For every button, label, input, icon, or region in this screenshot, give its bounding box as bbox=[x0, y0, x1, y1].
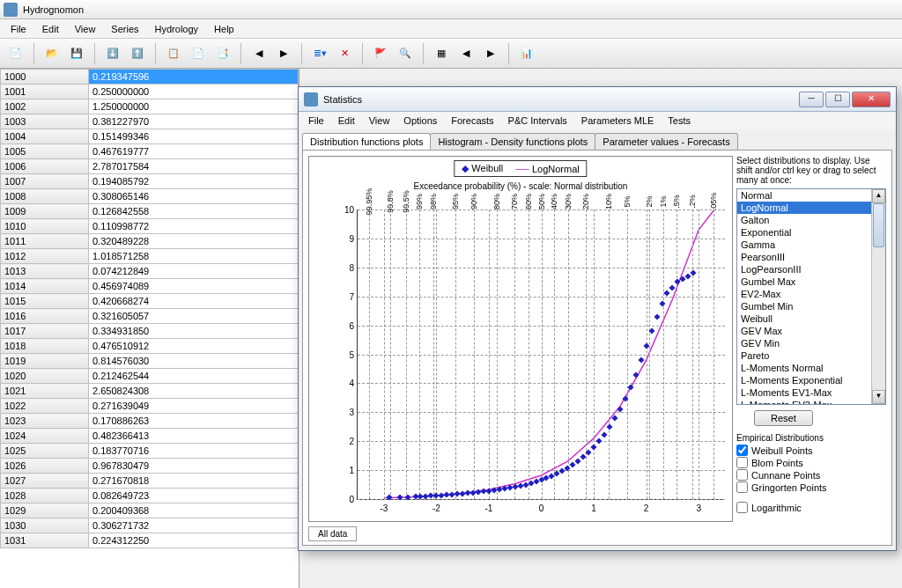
cell-value[interactable]: 0.212462544 bbox=[89, 369, 299, 384]
menu-file[interactable]: File bbox=[4, 22, 33, 36]
dist-scrollbar[interactable]: ▲ ▼ bbox=[871, 189, 885, 404]
cell-value[interactable]: 0.334931850 bbox=[89, 324, 299, 339]
flag-icon[interactable]: 🚩 bbox=[370, 43, 391, 64]
cell-value[interactable]: 0.476510912 bbox=[89, 339, 299, 354]
dist-item[interactable]: GEV Min bbox=[737, 337, 885, 349]
row-header[interactable]: 1024 bbox=[1, 429, 89, 444]
reset-button[interactable]: Reset bbox=[754, 410, 813, 426]
new-doc-icon[interactable]: 📄 bbox=[5, 43, 26, 64]
cell-value[interactable]: 1.018571258 bbox=[89, 249, 299, 264]
logarithmic-checkbox[interactable] bbox=[736, 502, 748, 513]
cell-value[interactable]: 0.271670818 bbox=[89, 474, 299, 489]
row-header[interactable]: 1010 bbox=[1, 219, 89, 234]
cell-value[interactable]: 0.381227970 bbox=[89, 114, 299, 129]
stats-menu-options[interactable]: Options bbox=[397, 114, 443, 127]
export-icon[interactable]: ⬆️ bbox=[127, 43, 148, 64]
stats-menu-tests[interactable]: Tests bbox=[662, 114, 697, 127]
cell-value[interactable]: 0.224312250 bbox=[89, 533, 299, 548]
dist-item[interactable]: Exponential bbox=[737, 226, 885, 239]
row-header[interactable]: 1000 bbox=[1, 70, 89, 85]
row-header[interactable]: 1009 bbox=[1, 204, 89, 219]
clipboard-icon[interactable]: 📑 bbox=[212, 43, 233, 64]
checkbox[interactable] bbox=[736, 445, 748, 456]
cell-value[interactable]: 0.151499346 bbox=[89, 129, 299, 144]
row-header[interactable]: 1019 bbox=[1, 354, 89, 369]
row-header[interactable]: 1008 bbox=[1, 189, 89, 204]
undo-icon[interactable]: ◀ bbox=[248, 43, 270, 64]
cell-value[interactable]: 1.250000000 bbox=[89, 99, 299, 114]
redo-icon[interactable]: ▶ bbox=[273, 43, 294, 64]
cell-value[interactable]: 0.170886263 bbox=[89, 414, 299, 429]
cell-value[interactable]: 0.110998772 bbox=[89, 219, 299, 234]
empirical-check[interactable]: Weibull Points bbox=[736, 445, 886, 456]
table-icon[interactable]: ▦ bbox=[431, 43, 452, 64]
cell-value[interactable]: 0.482366413 bbox=[89, 429, 299, 444]
cell-value[interactable]: 0.200409368 bbox=[89, 503, 299, 518]
tab-histogram[interactable]: Histogram - Density functions plots bbox=[430, 133, 595, 150]
scroll-down-icon[interactable]: ▼ bbox=[872, 390, 885, 404]
cell-value[interactable]: 0.250000000 bbox=[89, 85, 299, 99]
chart-icon[interactable]: 📊 bbox=[516, 43, 537, 64]
cell-value[interactable]: 0.320489228 bbox=[89, 234, 299, 249]
zoom-icon[interactable]: 🔍 bbox=[395, 43, 416, 64]
open-icon[interactable]: 📂 bbox=[41, 43, 63, 64]
cell-value[interactable]: 0.308065146 bbox=[89, 189, 299, 204]
dist-item[interactable]: Gamma bbox=[737, 239, 885, 251]
maximize-button[interactable]: ☐ bbox=[825, 92, 850, 107]
save-icon[interactable]: 💾 bbox=[66, 43, 87, 64]
cell-value[interactable]: 0.420668274 bbox=[89, 294, 299, 309]
prev-icon[interactable]: ◀ bbox=[455, 43, 477, 64]
row-header[interactable]: 1005 bbox=[1, 144, 89, 159]
dist-item[interactable]: L-Moments Normal bbox=[737, 362, 885, 374]
dist-item[interactable]: GEV Max bbox=[737, 325, 885, 337]
stats-menu-mle[interactable]: Parameters MLE bbox=[575, 114, 661, 127]
cell-value[interactable]: 0.194085792 bbox=[89, 174, 299, 189]
row-header[interactable]: 1011 bbox=[1, 234, 89, 249]
dist-item[interactable]: Pareto bbox=[737, 349, 885, 362]
distribution-list[interactable]: NormalLogNormalGaltonExponentialGammaPea… bbox=[736, 188, 886, 405]
row-header[interactable]: 1017 bbox=[1, 324, 89, 339]
cell-value[interactable]: 0.271639049 bbox=[89, 399, 299, 414]
row-header[interactable]: 1026 bbox=[1, 459, 89, 474]
row-header[interactable]: 1013 bbox=[1, 264, 89, 279]
dist-item[interactable]: L-Moments EV1-Max bbox=[737, 386, 885, 399]
dist-item[interactable]: Gumbel Max bbox=[737, 276, 885, 288]
dist-item[interactable]: EV2-Max bbox=[737, 288, 885, 300]
stats-menu-view[interactable]: View bbox=[363, 114, 396, 127]
cell-value[interactable]: 0.126842558 bbox=[89, 204, 299, 219]
dist-item[interactable]: LogNormal bbox=[737, 202, 885, 214]
cell-value[interactable]: 0.306271732 bbox=[89, 518, 299, 533]
cell-value[interactable]: 0.467619777 bbox=[89, 144, 299, 159]
alldata-label[interactable]: All data bbox=[308, 526, 357, 541]
menu-help[interactable]: Help bbox=[207, 22, 241, 36]
next-icon[interactable]: ▶ bbox=[480, 43, 501, 64]
dist-item[interactable]: PearsonIII bbox=[737, 251, 885, 263]
cell-value[interactable]: 0.082649723 bbox=[89, 489, 299, 503]
row-header[interactable]: 1012 bbox=[1, 249, 89, 264]
row-header[interactable]: 1006 bbox=[1, 159, 89, 174]
dist-item[interactable]: Weibull bbox=[737, 312, 885, 325]
row-header[interactable]: 1027 bbox=[1, 474, 89, 489]
minimize-button[interactable]: ─ bbox=[799, 92, 824, 107]
dist-item[interactable]: Normal bbox=[737, 189, 885, 202]
cell-value[interactable]: 0.456974089 bbox=[89, 279, 299, 294]
cell-value[interactable]: 0.219347596 bbox=[89, 70, 299, 85]
row-header[interactable]: 1022 bbox=[1, 399, 89, 414]
empirical-check[interactable]: Blom Points bbox=[736, 457, 886, 468]
stats-menu-file[interactable]: File bbox=[302, 114, 330, 127]
row-header[interactable]: 1028 bbox=[1, 489, 89, 503]
row-header[interactable]: 1014 bbox=[1, 279, 89, 294]
cell-value[interactable]: 2.787017584 bbox=[89, 159, 299, 174]
row-header[interactable]: 1016 bbox=[1, 309, 89, 324]
paste-icon[interactable]: 📄 bbox=[188, 43, 209, 64]
row-header[interactable]: 1002 bbox=[1, 99, 89, 114]
data-grid[interactable]: 10000.21934759610010.25000000010021.2500… bbox=[0, 69, 299, 588]
cell-value[interactable]: 0.967830479 bbox=[89, 459, 299, 474]
tab-parameter-values[interactable]: Parameter values - Forecasts bbox=[595, 133, 737, 150]
delete-icon[interactable]: ✕ bbox=[334, 43, 355, 64]
cell-value[interactable]: 0.183770716 bbox=[89, 444, 299, 459]
menu-edit[interactable]: Edit bbox=[35, 22, 66, 36]
cell-value[interactable]: 0.321605057 bbox=[89, 309, 299, 324]
checkbox[interactable] bbox=[736, 469, 748, 481]
scroll-up-icon[interactable]: ▲ bbox=[872, 189, 885, 203]
